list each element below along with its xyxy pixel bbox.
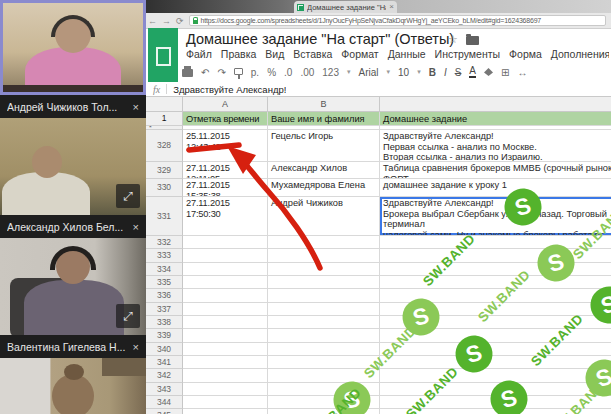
- cell[interactable]: [183, 276, 268, 289]
- cell[interactable]: [380, 356, 611, 369]
- row-number[interactable]: 331: [146, 197, 183, 236]
- menu-item[interactable]: Файл: [186, 48, 212, 61]
- forward-icon[interactable]: →: [162, 16, 171, 26]
- cell[interactable]: Домашнее задание: [380, 112, 611, 126]
- cell[interactable]: [268, 343, 380, 356]
- cell[interactable]: [380, 409, 611, 414]
- video-feed-1[interactable]: [0, 0, 146, 95]
- cell[interactable]: [183, 383, 268, 396]
- undo-icon[interactable]: ↶: [201, 67, 209, 78]
- cell[interactable]: [380, 263, 611, 276]
- cell[interactable]: [268, 329, 380, 342]
- row-number[interactable]: 340: [146, 343, 183, 356]
- merge-cells-icon[interactable]: ↔: [517, 67, 527, 78]
- cell[interactable]: [183, 263, 268, 276]
- back-icon[interactable]: ←: [148, 16, 157, 26]
- menu-item[interactable]: Вид: [265, 48, 284, 61]
- number-format-button[interactable]: 123: [322, 67, 339, 78]
- cell[interactable]: [183, 343, 268, 356]
- cell[interactable]: [268, 316, 380, 329]
- row-number[interactable]: 335: [146, 276, 183, 289]
- font-size-select[interactable]: 10: [398, 67, 409, 78]
- cell[interactable]: [380, 396, 611, 409]
- cell[interactable]: [183, 316, 268, 329]
- row-number[interactable]: 330: [146, 179, 183, 197]
- address-bar[interactable]: https://docs.google.com/spreadsheets/d/1…: [189, 15, 606, 26]
- cell[interactable]: [183, 369, 268, 382]
- row-number[interactable]: 333: [146, 249, 183, 262]
- column-header-c[interactable]: [380, 97, 611, 112]
- cell[interactable]: [380, 316, 611, 329]
- cell[interactable]: [380, 343, 611, 356]
- cell[interactable]: [380, 276, 611, 289]
- document-title[interactable]: Домашнее задание "На старт" (Ответы): [186, 31, 454, 47]
- cell-timestamp[interactable]: 27.11.2015 17:50:30: [183, 197, 268, 236]
- row-number[interactable]: 332: [146, 236, 183, 249]
- row-number[interactable]: 328: [146, 130, 183, 162]
- cell[interactable]: [183, 409, 268, 414]
- sheets-home-button[interactable]: [148, 28, 178, 84]
- text-color-button[interactable]: A: [469, 66, 476, 78]
- row-number[interactable]: 336: [146, 289, 183, 302]
- formula-input[interactable]: Здравствуйте Александр!: [173, 84, 286, 95]
- cell-name[interactable]: Александр Хилов: [268, 162, 380, 179]
- row-number[interactable]: 339: [146, 329, 183, 342]
- menu-item[interactable]: Правка: [221, 48, 256, 61]
- paint-format-icon[interactable]: [234, 68, 243, 75]
- selected-cell[interactable]: Здравствуйте Александр! Брокера выбрал С…: [380, 197, 611, 236]
- cell-timestamp[interactable]: 25.11.2015 12:43:42: [183, 130, 268, 162]
- expand-icon[interactable]: ⤢: [116, 304, 140, 328]
- row-number[interactable]: 337: [146, 303, 183, 316]
- strikethrough-button[interactable]: S: [455, 67, 462, 78]
- redo-icon[interactable]: ↷: [217, 67, 225, 78]
- star-icon[interactable]: ☆: [448, 33, 458, 46]
- expand-icon[interactable]: ⤢: [116, 184, 140, 208]
- cell[interactable]: [268, 383, 380, 396]
- row-number[interactable]: 343: [146, 383, 183, 396]
- cell[interactable]: [268, 249, 380, 262]
- cell[interactable]: Ваше имя и фамилия: [268, 112, 380, 126]
- font-select[interactable]: Arial: [358, 67, 378, 78]
- cell[interactable]: [268, 356, 380, 369]
- cell[interactable]: [380, 303, 611, 316]
- cell[interactable]: [380, 236, 611, 249]
- borders-icon[interactable]: ⊞: [501, 67, 509, 78]
- folder-icon[interactable]: [466, 36, 479, 45]
- cell[interactable]: [183, 303, 268, 316]
- cell[interactable]: [268, 263, 380, 276]
- cell[interactable]: [268, 276, 380, 289]
- column-header-a[interactable]: A: [183, 97, 268, 112]
- cell-task[interactable]: Здравствуйте Александр! Первая ссылка - …: [380, 130, 611, 162]
- cell[interactable]: [183, 289, 268, 302]
- menu-item[interactable]: Форма: [509, 48, 542, 61]
- browser-tab[interactable]: Домашнее задание "На... ×: [294, 1, 397, 13]
- bold-button[interactable]: B: [429, 67, 436, 78]
- menu-item[interactable]: Инструменты: [435, 48, 500, 61]
- row-number[interactable]: 334: [146, 263, 183, 276]
- cell[interactable]: [268, 289, 380, 302]
- row-number[interactable]: 1: [146, 112, 183, 126]
- cell[interactable]: [268, 409, 380, 414]
- row-number[interactable]: 345: [146, 409, 183, 414]
- cell[interactable]: [380, 249, 611, 262]
- cell[interactable]: Отметка времени: [183, 112, 268, 126]
- cell[interactable]: [268, 396, 380, 409]
- menu-item[interactable]: Дополнения: [551, 48, 609, 61]
- corner-cell[interactable]: [146, 97, 183, 112]
- increase-decimal-button[interactable]: .00: [300, 67, 314, 78]
- row-number[interactable]: 342: [146, 369, 183, 382]
- refresh-icon[interactable]: ⟳: [176, 16, 184, 26]
- cell[interactable]: [380, 289, 611, 302]
- cell[interactable]: [380, 383, 611, 396]
- cell[interactable]: [183, 329, 268, 342]
- cell-name[interactable]: Гецельс Игорь: [268, 130, 380, 162]
- video-feed-3[interactable]: ⤢: [0, 238, 146, 335]
- menu-item[interactable]: Формат: [341, 48, 378, 61]
- decrease-decimal-button[interactable]: .0: [284, 67, 292, 78]
- cell-task[interactable]: Таблица сравнения брокеров ММВБ (срочный…: [380, 162, 611, 179]
- cell-timestamp[interactable]: 27.11.2015 12:11:05: [183, 162, 268, 179]
- close-icon[interactable]: ×: [133, 341, 139, 353]
- video-feed-2[interactable]: ⤢: [0, 118, 146, 215]
- cell[interactable]: [183, 396, 268, 409]
- fill-color-icon[interactable]: [484, 68, 493, 76]
